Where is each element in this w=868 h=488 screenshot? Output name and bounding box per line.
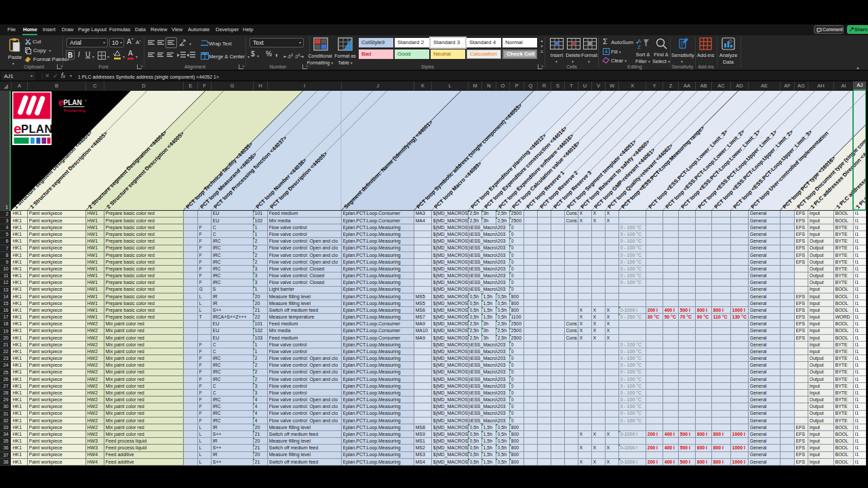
svg-text:Preplanning: Preplanning <box>64 108 85 113</box>
svg-text:ab: ab <box>180 43 184 47</box>
svg-text:Z: Z <box>637 44 641 49</box>
svg-text:®: ® <box>85 99 87 102</box>
svg-text:e: e <box>14 121 22 136</box>
svg-text:PLAN: PLAN <box>21 123 52 135</box>
svg-text:PLAN: PLAN <box>64 99 82 106</box>
svg-text:A: A <box>637 38 642 44</box>
